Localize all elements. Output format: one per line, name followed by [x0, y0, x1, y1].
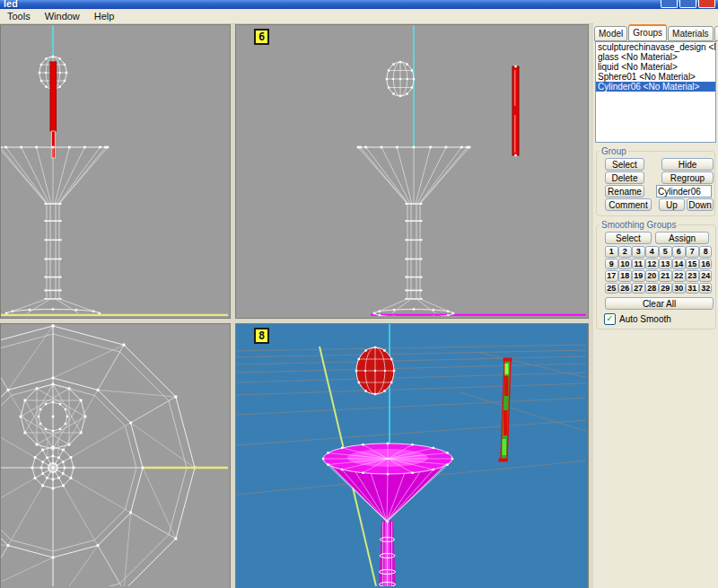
tab-model[interactable]: Model	[594, 26, 627, 41]
smoothing-group-9-button[interactable]: 9	[605, 259, 618, 270]
smoothing-group-16-button[interactable]: 16	[699, 259, 713, 270]
smoothing-group-19-button[interactable]: 19	[632, 270, 645, 282]
smoothing-group-23-button[interactable]: 23	[686, 270, 699, 282]
smoothing-group-6-button[interactable]: 6	[672, 246, 686, 258]
smoothing-group-17-button[interactable]: 17	[605, 270, 618, 282]
viewport-label-6: 6	[254, 29, 269, 45]
smoothing-group-8-button[interactable]: 8	[699, 246, 713, 258]
rename-button[interactable]: Rename	[605, 185, 644, 197]
group-name-input[interactable]	[656, 185, 712, 197]
viewport-area: 6 8	[0, 24, 593, 588]
side-view-wireframe	[236, 25, 586, 316]
smoothing-group-14-button[interactable]: 14	[672, 259, 686, 270]
smoothing-numbers: 1234567891011121314151617181920212223242…	[605, 246, 715, 294]
smoothing-group-12-button[interactable]: 12	[645, 259, 659, 270]
group-section-title: Group	[600, 146, 628, 156]
smoothing-group-11-button[interactable]: 11	[632, 259, 645, 270]
side-panel: Model Groups Materials Joints sculpturec…	[593, 23, 718, 588]
menu-tools[interactable]: Tools	[0, 10, 38, 22]
smoothing-group-15-button[interactable]: 15	[686, 259, 699, 270]
smoothing-group-21-button[interactable]: 21	[659, 270, 672, 282]
smoothing-group-32-button[interactable]: 32	[699, 283, 713, 294]
viewport-3d[interactable]: 8	[235, 323, 589, 588]
tab-joints[interactable]: Joints	[714, 26, 718, 41]
perspective-view-render	[236, 324, 586, 586]
smoothing-assign-button[interactable]: Assign	[655, 232, 709, 244]
viewport-label-8: 8	[254, 328, 269, 344]
viewport-front[interactable]	[0, 24, 231, 319]
group-list-item[interactable]: glass <No Material>	[596, 52, 715, 62]
group-section: Group Select Hide Delete Regroup Rename …	[596, 146, 715, 216]
smoothing-section-title: Smoothing Groups	[600, 220, 678, 230]
viewport-side[interactable]: 6	[235, 24, 589, 319]
delete-button[interactable]: Delete	[605, 171, 644, 184]
smoothing-group-25-button[interactable]: 25	[605, 283, 618, 294]
close-button[interactable]	[698, 0, 715, 8]
top-view-wireframe	[1, 324, 228, 586]
minimize-button[interactable]	[661, 0, 678, 8]
smoothing-group-31-button[interactable]: 31	[686, 283, 699, 294]
smoothing-group-24-button[interactable]: 24	[699, 270, 713, 282]
auto-smooth-label: Auto Smooth	[619, 314, 671, 324]
group-list-item[interactable]: Sphere01 <No Material>	[596, 72, 715, 82]
window-controls	[661, 0, 715, 8]
window-title: led	[4, 0, 18, 9]
smoothing-group-7-button[interactable]: 7	[686, 246, 699, 258]
smoothing-group-29-button[interactable]: 29	[659, 283, 672, 294]
group-list-item[interactable]: sculpturechinavase_design <No Material>	[596, 42, 715, 52]
smoothing-group-5-button[interactable]: 5	[659, 246, 672, 258]
maximize-button[interactable]	[679, 0, 696, 8]
hide-button[interactable]: Hide	[661, 158, 714, 171]
comment-button[interactable]: Comment	[605, 198, 652, 211]
menu-window[interactable]: Window	[38, 10, 87, 22]
panel-tabs: Model Groups Materials Joints	[593, 23, 718, 41]
regroup-button[interactable]: Regroup	[661, 171, 714, 184]
smoothing-group-13-button[interactable]: 13	[659, 259, 672, 270]
smoothing-group-26-button[interactable]: 26	[618, 283, 632, 294]
smoothing-group-2-button[interactable]: 2	[618, 246, 632, 258]
clear-all-button[interactable]: Clear All	[605, 297, 714, 310]
smoothing-group-27-button[interactable]: 27	[632, 283, 645, 294]
smoothing-section: Smoothing Groups Select Assign 123456789…	[596, 220, 716, 329]
group-list-item[interactable]: liquid <No Material>	[596, 62, 715, 72]
smoothing-group-10-button[interactable]: 10	[618, 259, 632, 270]
smoothing-group-20-button[interactable]: 20	[645, 270, 659, 282]
app-window: led Tools Window Help 6 8 Model Groups	[0, 0, 718, 588]
auto-smooth-checkbox[interactable]: ✓	[604, 313, 616, 325]
groups-list[interactable]: sculpturechinavase_design <No Material>g…	[595, 41, 716, 143]
up-button[interactable]: Up	[659, 198, 685, 211]
smoothing-group-28-button[interactable]: 28	[645, 283, 659, 294]
smoothing-select-button[interactable]: Select	[605, 232, 652, 244]
smoothing-group-22-button[interactable]: 22	[672, 270, 686, 282]
smoothing-group-1-button[interactable]: 1	[605, 246, 618, 258]
tab-groups[interactable]: Groups	[628, 24, 667, 41]
smoothing-group-4-button[interactable]: 4	[645, 246, 659, 258]
menubar: Tools Window Help	[0, 9, 718, 24]
viewport-top[interactable]	[0, 323, 231, 588]
smoothing-group-30-button[interactable]: 30	[672, 283, 686, 294]
group-list-item[interactable]: Cylinder06 <No Material>	[596, 82, 715, 92]
smoothing-group-18-button[interactable]: 18	[618, 270, 632, 282]
menu-help[interactable]: Help	[87, 10, 122, 22]
smoothing-group-3-button[interactable]: 3	[632, 246, 645, 258]
down-button[interactable]: Down	[687, 198, 714, 211]
titlebar: led	[0, 0, 718, 9]
select-button[interactable]: Select	[605, 158, 644, 171]
tab-materials[interactable]: Materials	[668, 26, 714, 41]
front-view-wireframe	[1, 25, 228, 316]
